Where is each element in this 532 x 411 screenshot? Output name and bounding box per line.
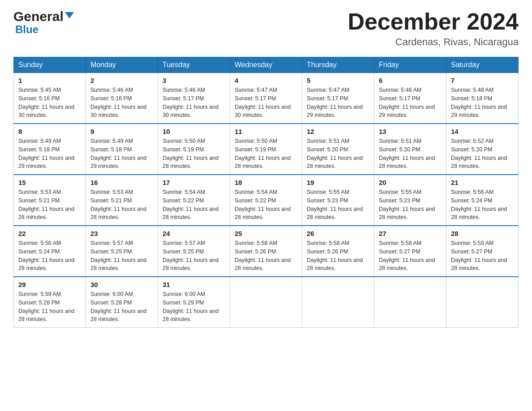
calendar-cell: 23Sunrise: 5:57 AMSunset: 5:25 PMDayligh… (86, 226, 158, 277)
day-number: 22 (18, 230, 81, 237)
day-info: Sunrise: 5:47 AMSunset: 5:17 PMDaylight:… (307, 86, 369, 120)
day-number: 26 (307, 230, 369, 237)
day-info: Sunrise: 5:53 AMSunset: 5:21 PMDaylight:… (18, 188, 81, 222)
calendar-cell: 28Sunrise: 5:59 AMSunset: 5:27 PMDayligh… (446, 226, 519, 277)
day-info: Sunrise: 5:50 AMSunset: 5:19 PMDaylight:… (163, 137, 225, 171)
logo-general-text: General (13, 9, 64, 24)
calendar-cell: 31Sunrise: 6:00 AMSunset: 5:29 PMDayligh… (158, 277, 230, 328)
day-info: Sunrise: 5:52 AMSunset: 5:20 PMDaylight:… (451, 137, 514, 171)
calendar-cell: 25Sunrise: 5:58 AMSunset: 5:26 PMDayligh… (230, 226, 302, 277)
calendar-cell: 1Sunrise: 5:45 AMSunset: 5:16 PMDaylight… (14, 73, 86, 124)
day-number: 7 (451, 77, 514, 84)
week-row-3: 15Sunrise: 5:53 AMSunset: 5:21 PMDayligh… (14, 175, 519, 226)
week-row-1: 1Sunrise: 5:45 AMSunset: 5:16 PMDaylight… (14, 73, 519, 124)
day-info: Sunrise: 6:00 AMSunset: 5:29 PMDaylight:… (163, 290, 225, 324)
day-number: 3 (163, 77, 225, 84)
day-number: 13 (379, 128, 442, 135)
day-info: Sunrise: 5:45 AMSunset: 5:16 PMDaylight:… (18, 86, 81, 120)
col-header-thursday: Thursday (302, 57, 374, 73)
day-number: 12 (307, 128, 369, 135)
week-row-2: 8Sunrise: 5:49 AMSunset: 5:18 PMDaylight… (14, 124, 519, 175)
header-row: SundayMondayTuesdayWednesdayThursdayFrid… (14, 57, 519, 73)
day-number: 18 (235, 179, 297, 186)
month-title: December 2024 (348, 9, 519, 34)
calendar-cell: 26Sunrise: 5:58 AMSunset: 5:26 PMDayligh… (302, 226, 374, 277)
col-header-saturday: Saturday (446, 57, 519, 73)
logo: General Blue (13, 9, 74, 36)
day-info: Sunrise: 5:57 AMSunset: 5:25 PMDaylight:… (163, 239, 225, 273)
calendar-cell: 7Sunrise: 5:48 AMSunset: 5:18 PMDaylight… (446, 73, 519, 124)
col-header-sunday: Sunday (14, 57, 86, 73)
day-info: Sunrise: 5:56 AMSunset: 5:24 PMDaylight:… (451, 188, 514, 222)
day-info: Sunrise: 5:53 AMSunset: 5:21 PMDaylight:… (90, 188, 153, 222)
calendar-cell: 2Sunrise: 5:46 AMSunset: 5:16 PMDaylight… (86, 73, 158, 124)
day-info: Sunrise: 5:58 AMSunset: 5:27 PMDaylight:… (379, 239, 442, 273)
calendar-cell: 27Sunrise: 5:58 AMSunset: 5:27 PMDayligh… (374, 226, 446, 277)
week-row-4: 22Sunrise: 5:56 AMSunset: 5:24 PMDayligh… (14, 226, 519, 277)
col-header-wednesday: Wednesday (230, 57, 302, 73)
day-number: 1 (18, 77, 81, 84)
day-number: 29 (18, 281, 81, 288)
day-info: Sunrise: 5:50 AMSunset: 5:19 PMDaylight:… (235, 137, 297, 171)
calendar-cell: 18Sunrise: 5:54 AMSunset: 5:22 PMDayligh… (230, 175, 302, 226)
day-number: 14 (451, 128, 514, 135)
day-number: 28 (451, 230, 514, 237)
calendar-cell (230, 277, 302, 328)
day-info: Sunrise: 5:49 AMSunset: 5:18 PMDaylight:… (18, 137, 81, 171)
day-info: Sunrise: 6:00 AMSunset: 5:28 PMDaylight:… (90, 290, 153, 324)
calendar-cell: 15Sunrise: 5:53 AMSunset: 5:21 PMDayligh… (14, 175, 86, 226)
day-number: 10 (163, 128, 225, 135)
day-info: Sunrise: 5:59 AMSunset: 5:27 PMDaylight:… (451, 239, 514, 273)
day-number: 24 (163, 230, 225, 237)
day-number: 15 (18, 179, 81, 186)
col-header-friday: Friday (374, 57, 446, 73)
calendar-cell: 16Sunrise: 5:53 AMSunset: 5:21 PMDayligh… (86, 175, 158, 226)
day-number: 21 (451, 179, 514, 186)
day-info: Sunrise: 5:51 AMSunset: 5:20 PMDaylight:… (307, 137, 369, 171)
calendar-cell: 6Sunrise: 5:48 AMSunset: 5:17 PMDaylight… (374, 73, 446, 124)
calendar-cell: 24Sunrise: 5:57 AMSunset: 5:25 PMDayligh… (158, 226, 230, 277)
calendar-cell: 17Sunrise: 5:54 AMSunset: 5:22 PMDayligh… (158, 175, 230, 226)
calendar-cell: 8Sunrise: 5:49 AMSunset: 5:18 PMDaylight… (14, 124, 86, 175)
day-info: Sunrise: 5:48 AMSunset: 5:18 PMDaylight:… (451, 86, 514, 120)
day-info: Sunrise: 5:55 AMSunset: 5:23 PMDaylight:… (307, 188, 369, 222)
calendar-cell: 29Sunrise: 5:59 AMSunset: 5:28 PMDayligh… (14, 277, 86, 328)
col-header-monday: Monday (86, 57, 158, 73)
day-number: 17 (163, 179, 225, 186)
calendar-cell: 20Sunrise: 5:55 AMSunset: 5:23 PMDayligh… (374, 175, 446, 226)
day-number: 19 (307, 179, 369, 186)
day-info: Sunrise: 5:48 AMSunset: 5:17 PMDaylight:… (379, 86, 442, 120)
calendar-cell: 9Sunrise: 5:49 AMSunset: 5:18 PMDaylight… (86, 124, 158, 175)
day-info: Sunrise: 5:58 AMSunset: 5:26 PMDaylight:… (235, 239, 297, 273)
day-number: 31 (163, 281, 225, 288)
calendar-cell: 14Sunrise: 5:52 AMSunset: 5:20 PMDayligh… (446, 124, 519, 175)
calendar-cell: 5Sunrise: 5:47 AMSunset: 5:17 PMDaylight… (302, 73, 374, 124)
day-number: 11 (235, 128, 297, 135)
week-row-5: 29Sunrise: 5:59 AMSunset: 5:28 PMDayligh… (14, 277, 519, 328)
calendar-cell: 12Sunrise: 5:51 AMSunset: 5:20 PMDayligh… (302, 124, 374, 175)
day-info: Sunrise: 5:57 AMSunset: 5:25 PMDaylight:… (90, 239, 153, 273)
calendar-cell: 13Sunrise: 5:51 AMSunset: 5:20 PMDayligh… (374, 124, 446, 175)
calendar-cell (374, 277, 446, 328)
day-number: 16 (90, 179, 153, 186)
day-info: Sunrise: 5:54 AMSunset: 5:22 PMDaylight:… (235, 188, 297, 222)
logo-triangle-icon (65, 10, 74, 21)
day-info: Sunrise: 5:58 AMSunset: 5:26 PMDaylight:… (307, 239, 369, 273)
calendar-cell: 22Sunrise: 5:56 AMSunset: 5:24 PMDayligh… (14, 226, 86, 277)
calendar-cell: 19Sunrise: 5:55 AMSunset: 5:23 PMDayligh… (302, 175, 374, 226)
day-number: 2 (90, 77, 153, 84)
calendar-cell: 3Sunrise: 5:46 AMSunset: 5:17 PMDaylight… (158, 73, 230, 124)
calendar-table: SundayMondayTuesdayWednesdayThursdayFrid… (13, 57, 519, 328)
day-number: 9 (90, 128, 153, 135)
calendar-cell: 10Sunrise: 5:50 AMSunset: 5:19 PMDayligh… (158, 124, 230, 175)
day-number: 23 (90, 230, 153, 237)
title-area: December 2024 Cardenas, Rivas, Nicaragua (348, 9, 519, 48)
day-info: Sunrise: 5:46 AMSunset: 5:17 PMDaylight:… (163, 86, 225, 120)
day-info: Sunrise: 5:56 AMSunset: 5:24 PMDaylight:… (18, 239, 81, 273)
calendar-cell: 21Sunrise: 5:56 AMSunset: 5:24 PMDayligh… (446, 175, 519, 226)
day-info: Sunrise: 5:55 AMSunset: 5:23 PMDaylight:… (379, 188, 442, 222)
calendar-cell: 11Sunrise: 5:50 AMSunset: 5:19 PMDayligh… (230, 124, 302, 175)
day-number: 25 (235, 230, 297, 237)
calendar-cell: 30Sunrise: 6:00 AMSunset: 5:28 PMDayligh… (86, 277, 158, 328)
day-info: Sunrise: 5:46 AMSunset: 5:16 PMDaylight:… (90, 86, 153, 120)
